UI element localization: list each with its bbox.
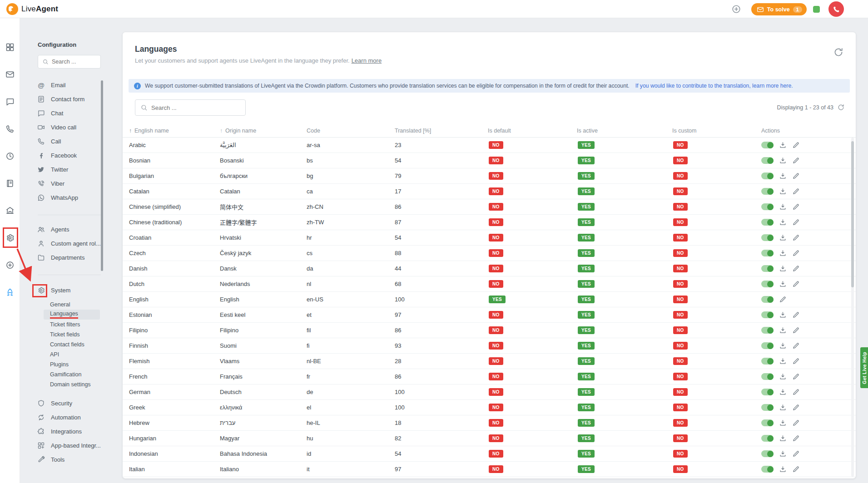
sidebar-item-app-based-integr[interactable]: App-based Integr... <box>20 439 106 453</box>
rail-item-chats[interactable] <box>0 88 20 115</box>
table-search-input[interactable] <box>151 104 240 111</box>
language-active-toggle[interactable] <box>761 389 774 395</box>
banner-translation-link[interactable]: If you would like to contribute to the t… <box>635 83 793 89</box>
learn-more-link[interactable]: Learn more <box>352 57 382 64</box>
edit-language-icon[interactable] <box>792 218 800 226</box>
language-active-toggle[interactable] <box>761 142 774 148</box>
column-header-origin-name[interactable]: ↑Origin name <box>220 128 307 134</box>
sidebar-item-departments[interactable]: Departments <box>20 251 106 265</box>
sidebar-item-chat[interactable]: Chat <box>20 106 106 120</box>
sidebar-item-integrations[interactable]: Integrations <box>20 424 106 439</box>
sidebar-item-whatsapp[interactable]: WhatsApp <box>20 191 106 205</box>
download-translation-icon[interactable] <box>779 357 787 365</box>
column-header-english-name[interactable]: ↑English name <box>129 128 220 134</box>
edit-language-icon[interactable] <box>792 434 800 442</box>
download-translation-icon[interactable] <box>779 234 787 242</box>
sidebar-subitem-api[interactable]: API <box>20 350 106 360</box>
edit-language-icon[interactable] <box>792 265 800 272</box>
sidebar-subitem-gamification[interactable]: Gamification <box>20 370 106 380</box>
sidebar-subitem-languages[interactable]: Languages <box>44 310 100 320</box>
download-translation-icon[interactable] <box>779 311 787 319</box>
sidebar-item-facebook[interactable]: Facebook <box>20 148 106 163</box>
sidebar-subitem-general[interactable]: General <box>20 300 106 310</box>
to-solve-button[interactable]: To solve 1 <box>751 3 807 15</box>
edit-language-icon[interactable] <box>792 141 800 149</box>
edit-language-icon[interactable] <box>792 280 800 288</box>
download-translation-icon[interactable] <box>779 172 787 180</box>
language-active-toggle[interactable] <box>761 327 774 334</box>
sidebar-item-system[interactable]: System <box>20 283 106 297</box>
call-status-button[interactable] <box>828 1 844 17</box>
edit-language-icon[interactable] <box>779 296 787 303</box>
edit-language-icon[interactable] <box>792 465 800 473</box>
download-translation-icon[interactable] <box>779 342 787 350</box>
language-active-toggle[interactable] <box>761 311 774 318</box>
rail-item-billing[interactable] <box>0 197 20 224</box>
sidebar-subitem-ticket-filters[interactable]: Ticket filters <box>20 320 106 330</box>
language-active-toggle[interactable] <box>761 450 774 457</box>
download-translation-icon[interactable] <box>779 141 787 149</box>
rail-item-calls[interactable] <box>0 115 20 143</box>
edit-language-icon[interactable] <box>792 187 800 195</box>
language-active-toggle[interactable] <box>761 419 774 426</box>
download-translation-icon[interactable] <box>779 450 787 458</box>
sidebar-item-call[interactable]: Call <box>20 134 106 148</box>
rail-item-getting-started[interactable] <box>0 279 20 306</box>
language-active-toggle[interactable] <box>761 203 774 210</box>
sidebar-subitem-domain-settings[interactable]: Domain settings <box>20 380 106 389</box>
download-translation-icon[interactable] <box>779 434 787 442</box>
rail-item-history[interactable] <box>0 143 20 170</box>
table-scrollbar[interactable] <box>851 141 854 287</box>
language-active-toggle[interactable] <box>761 342 774 349</box>
sidebar-item-agents[interactable]: Agents <box>20 222 106 237</box>
language-active-toggle[interactable] <box>761 466 774 473</box>
refresh-list-icon[interactable] <box>837 104 845 111</box>
download-translation-icon[interactable] <box>779 373 787 380</box>
sidebar-item-email[interactable]: @Email <box>20 78 106 92</box>
rail-item-dashboard[interactable] <box>0 34 20 61</box>
get-live-help-tab[interactable]: Get Live Help <box>860 347 868 388</box>
download-translation-icon[interactable] <box>779 203 787 211</box>
edit-language-icon[interactable] <box>792 234 800 242</box>
edit-language-icon[interactable] <box>792 157 800 164</box>
download-translation-icon[interactable] <box>779 265 787 272</box>
download-translation-icon[interactable] <box>779 404 787 411</box>
agent-status-indicator[interactable] <box>813 6 820 13</box>
sidebar-item-viber[interactable]: Viber <box>20 177 106 191</box>
edit-language-icon[interactable] <box>792 326 800 334</box>
sidebar-search[interactable] <box>38 55 101 69</box>
edit-language-icon[interactable] <box>792 373 800 380</box>
edit-language-icon[interactable] <box>792 450 800 458</box>
edit-language-icon[interactable] <box>792 357 800 365</box>
edit-language-icon[interactable] <box>792 404 800 411</box>
download-translation-icon[interactable] <box>779 326 787 334</box>
sidebar-subitem-ticket-fields[interactable]: Ticket fields <box>20 330 106 340</box>
edit-language-icon[interactable] <box>792 388 800 396</box>
language-active-toggle[interactable] <box>761 373 774 380</box>
language-active-toggle[interactable] <box>761 281 774 287</box>
download-translation-icon[interactable] <box>779 419 787 427</box>
sidebar-item-contact-form[interactable]: Contact form <box>20 92 106 106</box>
sidebar-item-tools[interactable]: Tools <box>20 453 106 467</box>
add-new-icon[interactable] <box>731 4 741 14</box>
language-active-toggle[interactable] <box>761 435 774 442</box>
download-translation-icon[interactable] <box>779 465 787 473</box>
edit-language-icon[interactable] <box>792 249 800 257</box>
download-translation-icon[interactable] <box>779 218 787 226</box>
language-active-toggle[interactable] <box>761 358 774 365</box>
language-active-toggle[interactable] <box>761 265 774 272</box>
edit-language-icon[interactable] <box>792 311 800 319</box>
language-active-toggle[interactable] <box>761 172 774 179</box>
sidebar-search-input[interactable] <box>52 59 96 65</box>
rail-item-tickets[interactable] <box>0 61 20 88</box>
download-translation-icon[interactable] <box>779 157 787 164</box>
sidebar-subitem-plugins[interactable]: Plugins <box>20 360 106 370</box>
download-translation-icon[interactable] <box>779 187 787 195</box>
liveagent-logo[interactable]: LiveAgent <box>6 3 58 15</box>
language-active-toggle[interactable] <box>761 234 774 241</box>
edit-language-icon[interactable] <box>792 172 800 180</box>
sidebar-subitem-contact-fields[interactable]: Contact fields <box>20 340 106 350</box>
sidebar-item-video-call[interactable]: Video call <box>20 120 106 134</box>
sidebar-item-security[interactable]: Security <box>20 396 106 410</box>
language-active-toggle[interactable] <box>761 219 774 226</box>
